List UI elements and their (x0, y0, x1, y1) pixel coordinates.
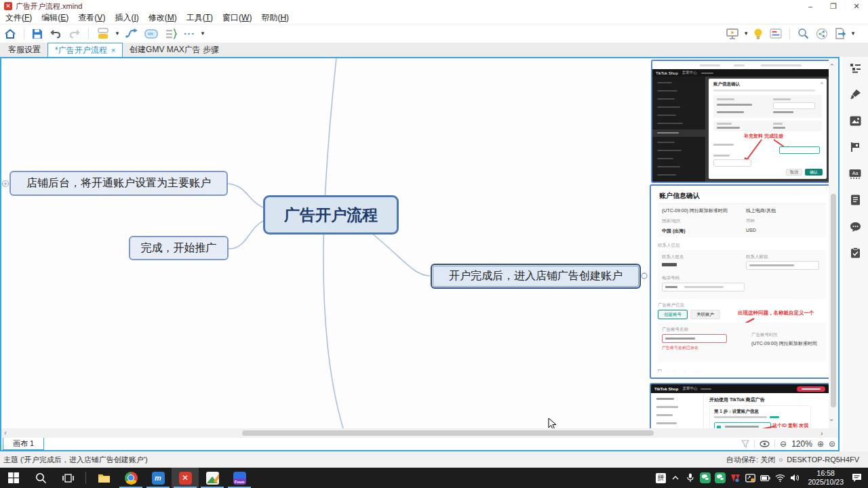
menu-file[interactable]: 文件(F) (5, 12, 32, 24)
search-icon[interactable] (797, 27, 809, 41)
menu-edit[interactable]: 编辑(E) (41, 12, 68, 24)
insert-topic-icon[interactable] (96, 27, 110, 41)
share-icon[interactable] (816, 27, 828, 41)
label-icon[interactable]: Aa (849, 167, 861, 180)
menu-window[interactable]: 窗口(W) (222, 12, 252, 24)
link-account-tab[interactable]: 关联账户 (690, 310, 720, 319)
vertical-scrollbar[interactable]: › › (829, 58, 838, 428)
home-icon[interactable] (4, 27, 16, 41)
tray-expand-icon[interactable] (668, 468, 683, 488)
central-topic[interactable]: 广告开户流程 (263, 195, 399, 235)
input-method-indicator[interactable]: 拼 (653, 468, 668, 488)
insert-topic-caret-icon[interactable]: ▼ (115, 30, 120, 37)
tiktok-shop-logo: TikTok Shop (656, 71, 678, 75)
screen-share-icon[interactable] (743, 468, 757, 488)
confirm-button[interactable]: 确认 (805, 169, 823, 176)
terms-checkbox[interactable] (658, 369, 662, 371)
tab-gmv-max[interactable]: 创建GMV MAX广告 步骤 (123, 43, 226, 57)
wechat-icon-2[interactable] (713, 468, 728, 488)
battery-icon[interactable] (757, 468, 772, 488)
file-explorer-button[interactable] (90, 468, 117, 488)
menu-help[interactable]: 帮助(H) (261, 12, 289, 24)
email-input (746, 261, 819, 270)
close-tab-icon[interactable]: × (111, 46, 115, 54)
close-button[interactable]: ✕ (845, 0, 868, 12)
tab-ad-account-flow[interactable]: *广告开户流程× (47, 43, 123, 57)
relationship-icon[interactable] (125, 27, 138, 41)
attachment-image-account-info-form[interactable]: 账户信息确认 (UTC-09:00) 阿拉斯加标准时间 线上电商/其他 国家/地… (650, 184, 837, 379)
menu-insert[interactable]: 插入(I) (115, 12, 138, 24)
attachment-image-start-ads-page[interactable]: TikTok Shop 卖家中心 开始使用 TikTok 商店广告 第 1 步：… (650, 383, 830, 428)
start-button[interactable] (0, 468, 27, 488)
mindmap-canvas[interactable]: 店铺后台，将开通账户设置为主要账户 完成，开始推广 广告开户流程 开户完成后，进… (1, 58, 838, 428)
ad-name-input (662, 334, 727, 343)
presentation-icon[interactable] (726, 27, 738, 41)
notecard-icon[interactable] (770, 27, 782, 41)
undo-icon[interactable] (50, 27, 62, 41)
scroll-down-icon[interactable]: › (828, 419, 835, 422)
filter-icon[interactable] (741, 440, 749, 448)
status-selection: 主题 ('开户完成后，进入店铺广告创建账户') (3, 455, 148, 465)
chrome-button[interactable] (117, 468, 144, 488)
more-tools-icon[interactable]: ··· (184, 27, 195, 41)
topic-create-ad-account-selected[interactable]: 开户完成后，进入店铺广告创建账户 (431, 264, 641, 289)
summary-icon[interactable] (165, 27, 177, 41)
vertical-scrollbar-thumb[interactable] (831, 194, 836, 407)
export-icon[interactable] (835, 27, 846, 41)
zoom-in-icon[interactable]: ⊕ (817, 439, 824, 449)
xmind-taskbar-button[interactable]: ✕ (172, 468, 199, 488)
app-image-editor-button[interactable] (199, 468, 226, 488)
toolbar-caret-icon[interactable]: ▼ (200, 30, 205, 37)
volume-icon[interactable] (787, 468, 802, 488)
task-view-button[interactable] (54, 468, 81, 488)
horizontal-scrollbar-thumb[interactable] (242, 430, 654, 436)
attachment-image-account-confirm-page[interactable]: TikTok Shop 卖家中心 账户信息确认 (651, 60, 831, 183)
topic-set-main-account[interactable]: 店铺后台，将开通账户设置为主要账户 (9, 171, 228, 196)
export-caret-icon[interactable]: ▼ (850, 30, 856, 37)
microphone-icon[interactable] (683, 468, 698, 488)
scroll-up-icon[interactable]: › (828, 64, 835, 66)
minimize-button[interactable]: – (799, 0, 822, 12)
wifi-icon[interactable] (772, 468, 787, 488)
comment-icon[interactable] (849, 220, 861, 232)
notes-icon[interactable] (849, 194, 861, 206)
save-icon[interactable] (32, 27, 43, 41)
menu-view[interactable]: 查看(V) (78, 12, 105, 24)
taskbar-search-button[interactable] (27, 468, 54, 488)
title-bar: ✕ 广告开户流程.xmind – ❐ ✕ (0, 0, 868, 12)
window-title: 广告开户流程.xmind (16, 1, 82, 12)
marker-flag-icon[interactable] (849, 141, 861, 153)
menu-tools[interactable]: 工具(T) (186, 12, 213, 24)
eye-icon[interactable] (760, 441, 770, 447)
svg-text:Aa: Aa (852, 171, 859, 176)
boundary-icon[interactable] (144, 27, 158, 41)
outline-icon[interactable] (849, 62, 861, 74)
action-center-icon[interactable] (849, 468, 864, 488)
zoom-out-icon[interactable]: ⊖ (780, 439, 787, 449)
horizontal-scrollbar[interactable]: › › (1, 428, 838, 438)
app-foun-button[interactable]: Foun (226, 468, 253, 488)
cancel-button[interactable]: 取消 (786, 169, 802, 176)
maximize-button[interactable]: ❐ (822, 0, 845, 12)
format-brush-icon[interactable] (849, 88, 861, 100)
create-account-tab[interactable]: 创建账号 (658, 310, 688, 319)
wechat-icon[interactable] (698, 468, 713, 488)
annotation-text: 补充资料 完成注册 (744, 133, 783, 140)
lightbulb-icon[interactable] (753, 27, 763, 41)
clock[interactable]: 16:58 2025/10/23 (808, 469, 844, 487)
image-icon[interactable] (849, 115, 861, 127)
sheet-tab-canvas-1[interactable]: 画布 1 (3, 438, 44, 450)
tab-customer-service[interactable]: 客服设置 (1, 43, 47, 57)
topic-start-promotion[interactable]: 完成，开始推广 (129, 236, 229, 260)
presentation-caret-icon[interactable]: ▼ (743, 30, 749, 37)
scroll-right-icon[interactable]: › (821, 430, 823, 437)
modal-close-icon[interactable]: × (821, 81, 823, 85)
zoom-fit-icon[interactable]: ⊜ (829, 439, 835, 449)
tray-app-v-icon[interactable] (728, 468, 743, 488)
redo-icon[interactable] (68, 27, 81, 41)
app-blue-button[interactable]: m (144, 468, 172, 488)
menu-modify[interactable]: 修改(M) (149, 12, 177, 24)
scroll-left-icon[interactable]: › (4, 430, 7, 437)
task-icon[interactable] (849, 247, 861, 259)
sync-dot-icon (779, 458, 783, 462)
